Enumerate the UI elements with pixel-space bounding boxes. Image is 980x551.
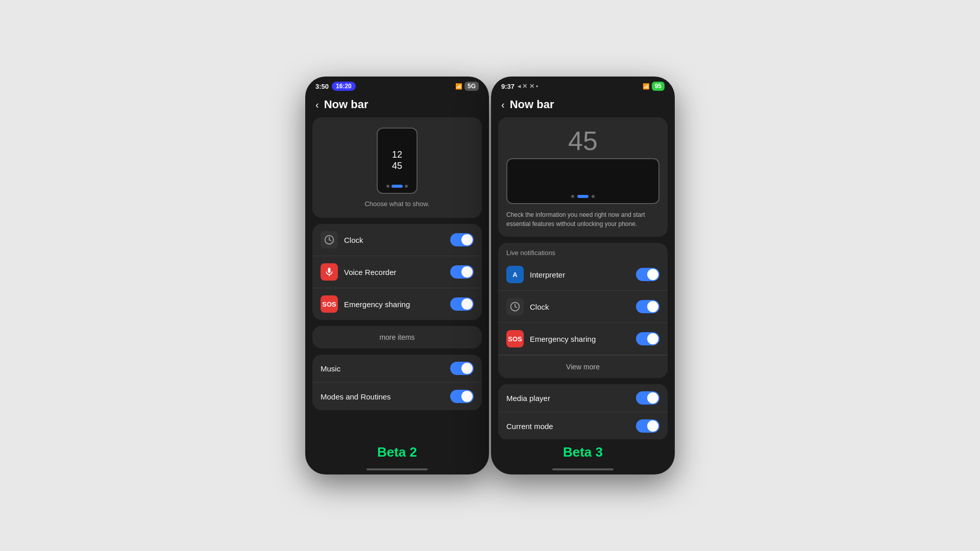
- big-number-preview: 45 Check the information you need right …: [498, 117, 668, 237]
- page-header-left: ‹ Now bar: [305, 94, 489, 117]
- music-toggle[interactable]: [450, 362, 474, 375]
- phone-mockup-left: 12 45: [377, 128, 418, 194]
- battery-right: 95: [652, 82, 665, 91]
- dot2: [405, 185, 408, 188]
- page-title-right: Now bar: [510, 98, 554, 111]
- emergency-label-left: Emergency sharing: [344, 300, 450, 309]
- emergency-toggle-right[interactable]: [636, 332, 659, 345]
- voice-icon-left: [321, 263, 338, 281]
- dot1: [386, 185, 389, 188]
- big-number: 45: [506, 128, 659, 154]
- clock-toggle-right[interactable]: [636, 300, 659, 313]
- view-more-btn[interactable]: View more: [498, 355, 668, 378]
- signal-icon-right: 📶: [643, 83, 650, 90]
- clock-icon-right: [506, 298, 524, 315]
- media-toggle[interactable]: [636, 391, 659, 405]
- status-right-left: 9:37 ◂ ✕ ✕ •: [501, 83, 538, 90]
- dot-wide-1: [571, 195, 574, 198]
- emergency-icon-right: SOS: [506, 330, 524, 347]
- phone-content-right: 45 Check the information you need right …: [491, 117, 675, 439]
- live-notifications-label: Live notifications: [498, 243, 668, 259]
- status-left: 3:50 16:20: [315, 82, 356, 91]
- settings-item-modes[interactable]: Modes and Routines: [312, 383, 482, 410]
- settings-item-emergency-right[interactable]: SOS Emergency sharing: [498, 323, 668, 355]
- preview-time-left: 12 45: [392, 149, 402, 171]
- settings-item-media[interactable]: Media player: [498, 384, 668, 412]
- settings-item-voice[interactable]: Voice Recorder: [312, 256, 482, 288]
- back-arrow-left[interactable]: ‹: [315, 99, 319, 111]
- battery-left: 5G: [464, 82, 479, 91]
- interpreter-label: Interpreter: [530, 270, 636, 279]
- settings-item-current-mode[interactable]: Current mode: [498, 412, 668, 439]
- dot-active: [391, 185, 403, 188]
- time-badge-left: 16:20: [332, 82, 356, 91]
- preview-card-left: 12 45 Choose what to show.: [312, 117, 482, 218]
- signal-icon-left: 📶: [455, 83, 462, 90]
- phones-container: 3:50 16:20 📶 5G ‹ Now bar 12 45: [305, 77, 675, 474]
- settings-item-music[interactable]: Music: [312, 355, 482, 383]
- status-bar-right: 9:37 ◂ ✕ ✕ • 📶 95: [491, 77, 675, 94]
- phone-preview-wide: [506, 158, 659, 204]
- clock-toggle-left[interactable]: [450, 233, 474, 246]
- music-label: Music: [321, 364, 450, 373]
- status-right-right: 📶 95: [643, 82, 665, 91]
- beta-label-right: Beta 3: [491, 439, 675, 465]
- status-bar-left: 3:50 16:20 📶 5G: [305, 77, 489, 94]
- more-items-btn[interactable]: more items: [312, 326, 482, 348]
- phone-right: 9:37 ◂ ✕ ✕ • 📶 95 ‹ Now bar 45: [491, 77, 675, 474]
- preview-desc-right: Check the information you need right now…: [506, 210, 659, 229]
- modes-label: Modes and Routines: [321, 392, 450, 401]
- beta-label-left: Beta 2: [305, 439, 489, 465]
- extra-items-card: Media player Current mode: [498, 384, 668, 439]
- time-left: 3:50: [315, 83, 329, 90]
- emergency-label-right: Emergency sharing: [530, 335, 636, 343]
- page-title-left: Now bar: [324, 98, 369, 111]
- dot-wide-active: [577, 195, 589, 198]
- interpreter-toggle[interactable]: [636, 268, 659, 281]
- current-mode-label: Current mode: [506, 422, 636, 431]
- dot-wide-2: [592, 195, 595, 198]
- clock-label-right: Clock: [530, 303, 636, 311]
- settings-item-clock[interactable]: Clock: [312, 224, 482, 256]
- home-indicator-right: [552, 468, 614, 470]
- page-header-right: ‹ Now bar: [491, 94, 675, 117]
- emergency-icon-left: SOS: [321, 295, 338, 313]
- phone-left: 3:50 16:20 📶 5G ‹ Now bar 12 45: [305, 77, 489, 474]
- emergency-toggle-left[interactable]: [450, 297, 474, 311]
- time-right: 9:37: [501, 83, 514, 90]
- media-label: Media player: [506, 394, 636, 403]
- current-mode-toggle[interactable]: [636, 419, 659, 433]
- interpreter-icon: A: [506, 266, 524, 283]
- settings-card-left: Clock Voice Recorder: [312, 224, 482, 320]
- voice-toggle-left[interactable]: [450, 265, 474, 279]
- clock-icon-left: [321, 231, 338, 248]
- preview-subtitle-left: Choose what to show.: [364, 200, 429, 208]
- live-notifications-card: Live notifications A Interpreter: [498, 243, 668, 378]
- voice-label-left: Voice Recorder: [344, 268, 450, 277]
- modes-toggle[interactable]: [450, 390, 474, 403]
- clock-label-left: Clock: [344, 236, 450, 244]
- svg-rect-1: [328, 268, 331, 273]
- flat-settings-card: Music Modes and Routines: [312, 355, 482, 410]
- settings-item-clock-right[interactable]: Clock: [498, 291, 668, 323]
- nav-indicators: ◂ ✕ ✕ •: [518, 83, 538, 90]
- settings-item-emergency-left[interactable]: SOS Emergency sharing: [312, 288, 482, 320]
- phone-content-left: 12 45 Choose what to show.: [305, 117, 489, 439]
- settings-item-interpreter[interactable]: A Interpreter: [498, 259, 668, 291]
- home-indicator-left: [366, 468, 428, 470]
- back-arrow-right[interactable]: ‹: [501, 99, 505, 111]
- status-right-left: 📶 5G: [455, 82, 479, 91]
- preview-dots-left: [386, 185, 408, 188]
